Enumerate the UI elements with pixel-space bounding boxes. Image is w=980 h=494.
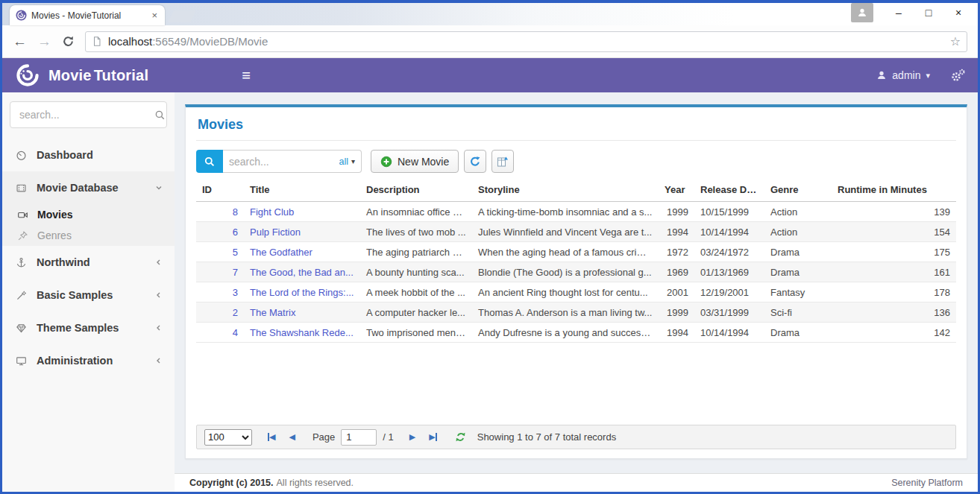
cell-runtime: 178 — [832, 282, 956, 303]
cell-id: 5 — [196, 242, 244, 262]
cell-title[interactable]: The Godfather — [244, 242, 360, 262]
settings-gears-icon[interactable] — [949, 69, 966, 82]
cell-storyline: When the aging head of a famous crim... — [472, 242, 659, 262]
new-movie-button[interactable]: New Movie — [371, 150, 459, 173]
sidebar-item-northwind[interactable]: Northwind — [2, 246, 175, 279]
cell-id: 2 — [196, 303, 244, 323]
column-header[interactable]: Year — [659, 179, 694, 202]
reload-records-icon[interactable] — [454, 431, 467, 443]
movie-title-link[interactable]: The Godfather — [250, 247, 312, 258]
cell-title[interactable]: The Lord of the Rings:... — [244, 282, 360, 303]
cell-release_date: 12/19/2001 — [694, 282, 764, 303]
film-icon — [16, 183, 27, 194]
sidebar-search-input[interactable] — [19, 109, 154, 121]
movie-title-link[interactable]: Fight Club — [250, 206, 294, 218]
cell-title[interactable]: Pulp Fiction — [244, 222, 360, 242]
movie-title-link[interactable]: The Lord of the Rings:... — [250, 287, 354, 298]
sidebar-toggle-icon[interactable]: ≡ — [242, 67, 251, 84]
movie-title-link[interactable]: The Matrix — [250, 307, 295, 318]
tab-close-icon[interactable]: × — [150, 10, 159, 21]
cell-year: 2001 — [659, 282, 694, 303]
grid-empty-area — [196, 343, 956, 425]
cell-year: 1994 — [659, 323, 694, 343]
cell-title[interactable]: The Shawshank Rede... — [244, 323, 360, 343]
cell-title[interactable]: The Matrix — [244, 303, 360, 323]
user-menu[interactable]: admin ▾ — [876, 69, 930, 81]
last-page-button[interactable]: ▶ — [425, 432, 440, 442]
movie-title-link[interactable]: The Shawshank Rede... — [250, 327, 354, 338]
browser-tab[interactable]: Movies - MovieTutorial × — [10, 5, 165, 25]
page-title: Movies — [198, 117, 955, 133]
minimize-button[interactable]: – — [884, 4, 914, 21]
sidebar-item-genres[interactable]: Genres — [2, 225, 175, 246]
table-row: 4The Shawshank Rede...Two imprisoned men… — [196, 323, 956, 343]
video-camera-icon — [17, 209, 28, 221]
url-bar[interactable]: localhost:56549/MovieDB/Movie ☆ — [85, 31, 967, 52]
cell-id: 7 — [196, 262, 244, 282]
quick-filter-dropdown[interactable]: all ▾ — [339, 156, 355, 167]
previous-page-button[interactable]: ◀ — [285, 432, 298, 442]
gauge-icon — [16, 150, 27, 161]
column-header[interactable]: ID — [196, 179, 244, 202]
forward-button[interactable]: → — [37, 34, 51, 48]
cell-year: 1969 — [659, 262, 694, 282]
refresh-grid-button[interactable] — [464, 150, 486, 173]
url-text: localhost:56549/MovieDB/Movie — [108, 35, 268, 48]
column-header[interactable]: Storyline — [472, 179, 659, 202]
refresh-button[interactable] — [62, 35, 75, 48]
grid-toolbar: all ▾ New Movie — [196, 150, 956, 173]
column-header[interactable]: Genre — [764, 179, 832, 202]
sidebar-item-movie-database[interactable]: Movie Database — [2, 171, 175, 204]
grid-search-button[interactable] — [196, 150, 223, 173]
cell-release_date: 10/14/1994 — [694, 222, 764, 242]
cell-genre: Action — [764, 222, 832, 242]
table-row: 2The MatrixA computer hacker le...Thomas… — [196, 303, 956, 323]
sidebar-item-dashboard[interactable]: Dashboard — [2, 139, 175, 171]
records-status: Showing 1 to 7 of 7 total records — [477, 431, 616, 443]
cell-id: 6 — [196, 222, 244, 242]
sidebar-item-administration[interactable]: Administration — [2, 344, 175, 377]
column-picker-button[interactable] — [491, 150, 514, 173]
grid-search-input[interactable] — [229, 156, 307, 168]
next-page-button[interactable]: ▶ — [406, 432, 419, 442]
movie-title-link[interactable]: The Good, the Bad an... — [250, 267, 354, 278]
sidebar-item-theme-samples[interactable]: Theme Samples — [2, 311, 175, 344]
first-page-button[interactable]: ◀ — [264, 432, 279, 442]
sidebar-item-movies[interactable]: Movies — [2, 204, 175, 225]
thumbtack-icon — [17, 230, 28, 241]
close-button[interactable]: × — [943, 4, 973, 21]
cell-description: A bounty hunting sca... — [360, 262, 472, 282]
cell-storyline: Jules Winnfield and Vincent Vega are t..… — [472, 222, 659, 242]
cell-title[interactable]: Fight Club — [244, 202, 360, 222]
cell-description: A computer hacker le... — [360, 303, 472, 323]
new-tab-button[interactable] — [168, 10, 195, 22]
page-icon — [92, 36, 102, 47]
column-header[interactable]: Runtime in Minutes — [832, 179, 956, 202]
cell-runtime: 139 — [832, 202, 956, 222]
table-row: 5The GodfatherThe aging patriarch of...W… — [196, 242, 956, 262]
brand-title: MovieTutorial — [48, 67, 148, 84]
chevron-left-icon — [155, 324, 163, 332]
cell-genre: Drama — [764, 262, 832, 282]
app-header: MovieTutorial ≡ admin ▾ — [2, 58, 978, 92]
cell-title[interactable]: The Good, the Bad an... — [244, 262, 360, 282]
search-icon — [204, 156, 216, 168]
page-number-input[interactable] — [341, 429, 377, 446]
anchor-icon — [16, 257, 27, 268]
cell-runtime: 175 — [832, 242, 956, 262]
sidebar-item-basic-samples[interactable]: Basic Samples — [2, 279, 175, 311]
sidebar-search[interactable] — [10, 101, 167, 128]
title-divider — [196, 140, 956, 141]
column-header[interactable]: Description — [360, 179, 472, 202]
desktop-icon — [16, 355, 27, 367]
profile-button[interactable] — [851, 3, 873, 22]
favicon-serenity-icon — [16, 10, 27, 21]
bookmark-star-icon[interactable]: ☆ — [950, 34, 961, 48]
page-size-select[interactable]: 100 — [204, 429, 252, 446]
movie-title-link[interactable]: Pulp Fiction — [250, 227, 301, 238]
column-header[interactable]: Release Da... — [694, 179, 764, 202]
column-header[interactable]: Title — [244, 179, 360, 202]
maximize-button[interactable]: □ — [914, 4, 943, 21]
cell-runtime: 136 — [832, 303, 956, 323]
back-button[interactable]: ← — [13, 34, 27, 48]
